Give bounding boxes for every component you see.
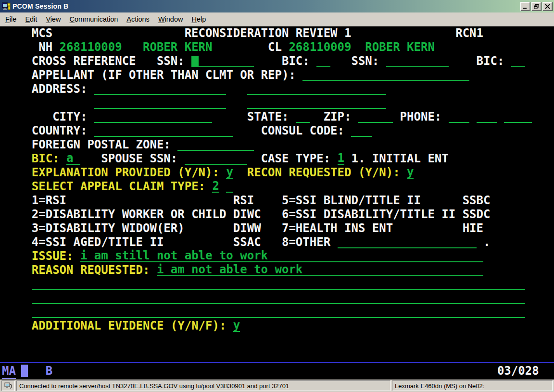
terminal-row-16: 4=SSI AGED/TITLE IISSAC8=OTHER. bbox=[0, 235, 554, 249]
nh-ssn-value: 268110009 bbox=[60, 40, 122, 54]
claim-type-6-label: 6=SSI DISABILITY/TITLE II bbox=[282, 208, 455, 221]
app-code-label: MCS bbox=[32, 26, 52, 40]
country-field[interactable] bbox=[94, 124, 233, 137]
recon-requested-label: RECON REQUESTED (Y/N): bbox=[247, 166, 400, 180]
claim-type-2-label: 2=DISABILITY WORKER OR CHILD bbox=[32, 208, 227, 221]
city-field[interactable] bbox=[94, 110, 213, 123]
address-line2-field[interactable] bbox=[94, 96, 227, 109]
printer-status: Lexmark E460dn (MS) on Ne02: bbox=[392, 380, 553, 391]
menu-help[interactable]: Help bbox=[187, 13, 210, 25]
ssn-2-label: SSN: bbox=[351, 54, 379, 68]
appellant-field[interactable] bbox=[302, 68, 469, 81]
reason-requested-label: REASON REQUESTED: bbox=[32, 263, 150, 277]
menu-window[interactable]: Window bbox=[154, 13, 188, 25]
claim-type-1-label: 1=RSI bbox=[32, 194, 66, 208]
minimize-button[interactable] bbox=[520, 2, 530, 11]
terminal-row-3: CROSS REFERENCESSN:BIC:SSN:BIC: bbox=[0, 54, 554, 68]
terminal-row-13: 1=RSIRSI5=SSI BLIND/TITLE IISSBC bbox=[0, 194, 554, 208]
terminal-cursor bbox=[191, 56, 198, 66]
menu-communication[interactable]: Communication bbox=[65, 13, 123, 25]
claim-type-5-label: 5=SSI BLIND/TITLE II bbox=[282, 194, 421, 208]
phone-prefix-field[interactable] bbox=[477, 110, 497, 123]
phone-line-field[interactable] bbox=[504, 110, 532, 123]
terminal-row-8: COUNTRY:CONSUL CODE: bbox=[0, 124, 554, 138]
oia-bar: MA B 03/028 bbox=[0, 361, 554, 380]
claim-type-3-code: DIWW bbox=[233, 221, 261, 235]
menu-bar: FileEditViewCommunicationActionsWindowHe… bbox=[0, 12, 554, 26]
claim-type-8-label: 8=OTHER bbox=[282, 235, 330, 249]
bic-2-label: BIC: bbox=[477, 54, 504, 68]
screen-id-label: RCN1 bbox=[455, 26, 483, 40]
zip-field[interactable] bbox=[358, 110, 393, 123]
foreign-postal-zone-field[interactable] bbox=[177, 138, 254, 151]
consul-code-label: CONSUL CODE: bbox=[261, 124, 344, 138]
menu-view[interactable]: View bbox=[41, 13, 65, 25]
bic-value[interactable]: a bbox=[66, 152, 80, 165]
issue-value[interactable]: i am still not able to work bbox=[80, 249, 483, 262]
cross-ref-bic-2-field[interactable] bbox=[511, 54, 525, 67]
appeal-claim-type-2-field[interactable] bbox=[226, 180, 233, 193]
phone-label: PHONE: bbox=[400, 110, 442, 124]
terminal-row-14: 2=DISABILITY WORKER OR CHILDDIWC6=SSI DI… bbox=[0, 208, 554, 221]
terminal-row-5: ADDRESS: bbox=[0, 82, 554, 96]
reason-continuation-1-field[interactable] bbox=[32, 277, 525, 290]
reason-continuation-3-field[interactable] bbox=[32, 305, 525, 318]
menu-actions[interactable]: Actions bbox=[122, 13, 154, 25]
case-type-label: CASE TYPE: bbox=[261, 152, 331, 166]
terminal-row-6 bbox=[0, 96, 554, 110]
spouse-ssn-field[interactable] bbox=[185, 152, 247, 165]
case-type-value[interactable]: 1 bbox=[338, 152, 344, 165]
terminal-row-12: SELECT APPEAL CLAIM TYPE:2 bbox=[0, 180, 554, 194]
restore-button[interactable] bbox=[531, 2, 541, 11]
recon-requested-value[interactable]: y bbox=[407, 166, 414, 179]
connection-status: Connected to remote server/host TN3270E.… bbox=[16, 380, 390, 391]
address-line2b-field[interactable] bbox=[247, 96, 386, 109]
reason-requested-value[interactable]: i am not able to work bbox=[157, 263, 483, 276]
cross-ref-bic-1-field[interactable] bbox=[316, 54, 330, 67]
cl-ssn-value: 268110009 bbox=[289, 40, 351, 54]
explanation-provided-label: EXPLANATION PROVIDED (Y/N): bbox=[32, 166, 219, 180]
claim-type-6-code: SSDC bbox=[463, 208, 491, 221]
address-line1-field[interactable] bbox=[94, 82, 227, 95]
address-line1b-field[interactable] bbox=[247, 82, 386, 95]
close-button[interactable] bbox=[542, 2, 553, 11]
claim-type-2-code: DIWC bbox=[233, 208, 261, 221]
app-icon bbox=[2, 2, 11, 10]
cl-label: CL bbox=[268, 40, 282, 54]
other-claim-type-field[interactable] bbox=[338, 235, 477, 248]
foreign-postal-zone-label: FOREIGN POSTAL ZONE: bbox=[32, 138, 171, 152]
city-label: CITY: bbox=[52, 110, 87, 124]
terminal-row-7: CITY:STATE:ZIP:PHONE: bbox=[0, 110, 554, 124]
claim-type-7-code: HIE bbox=[463, 221, 483, 235]
zip-label: ZIP: bbox=[324, 110, 352, 124]
additional-evidence-label: ADDITIONAL EVIDENCE (Y/N/F): bbox=[32, 319, 227, 333]
ssn-1-label: SSN: bbox=[157, 54, 185, 68]
terminal-screen[interactable]: MCSRECONSIDERATION REVIEW 1RCN1NH2681100… bbox=[0, 26, 554, 361]
country-label: COUNTRY: bbox=[32, 124, 88, 138]
nh-name-value: ROBER KERN bbox=[143, 40, 213, 54]
appeal-claim-type-value[interactable]: 2 bbox=[212, 180, 219, 193]
terminal-row-24 bbox=[0, 347, 554, 361]
appeal-claim-type-label: SELECT APPEAL CLAIM TYPE: bbox=[32, 180, 205, 194]
bic-input-label: BIC: bbox=[32, 152, 60, 166]
consul-code-field[interactable] bbox=[351, 124, 372, 137]
explanation-provided-value[interactable]: y bbox=[226, 166, 233, 179]
cross-ref-ssn-2-field[interactable] bbox=[386, 54, 449, 67]
state-field[interactable] bbox=[296, 110, 310, 123]
claim-type-7-label: 7=HEALTH INS ENT bbox=[282, 221, 393, 235]
oia-system-indicator: MA bbox=[2, 364, 16, 379]
oia-session-id: B bbox=[46, 364, 52, 378]
menu-file[interactable]: File bbox=[1, 13, 21, 25]
title-bar[interactable]: PCOM Session B bbox=[0, 0, 554, 12]
phone-area-field[interactable] bbox=[449, 110, 469, 123]
claim-type-4-code: SSAC bbox=[233, 235, 261, 249]
address-label: ADDRESS: bbox=[32, 82, 88, 96]
additional-evidence-value[interactable]: y bbox=[233, 319, 240, 332]
terminal-row-1: MCSRECONSIDERATION REVIEW 1RCN1 bbox=[0, 26, 554, 40]
window-title: PCOM Session B bbox=[13, 2, 520, 10]
connection-icon bbox=[1, 380, 15, 391]
reason-continuation-2-field[interactable] bbox=[32, 291, 525, 304]
menu-edit[interactable]: Edit bbox=[21, 13, 41, 25]
terminal-row-10: BIC:aSPOUSE SSN:CASE TYPE:11. INITIAL EN… bbox=[0, 152, 554, 166]
cross-ref-ssn-1-field[interactable] bbox=[191, 54, 254, 67]
